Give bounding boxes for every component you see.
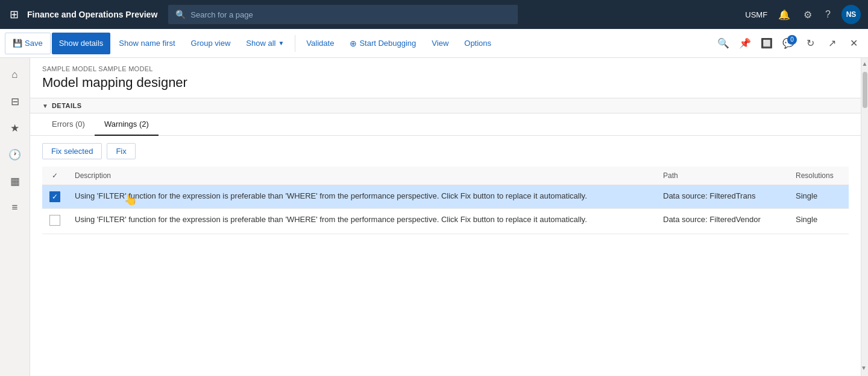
unchecked-icon: [49, 215, 60, 226]
search-icon: 🔍: [175, 10, 186, 19]
warnings-table: ✓ Description Path Resolutions: [42, 167, 849, 234]
details-section-header[interactable]: ▼ DETAILS: [30, 98, 861, 113]
user-avatar[interactable]: NS: [841, 5, 861, 24]
sidebar-filter-button[interactable]: ⊟: [3, 89, 27, 113]
refresh-button[interactable]: ↻: [800, 34, 820, 53]
validate-label: Validate: [306, 39, 334, 48]
app-layout: ⌂ ⊟ ★ 🕐 ▦ ≡ SAMPLE MODEL SAMPLE MODEL Mo…: [0, 58, 868, 376]
table-row[interactable]: ✓ Using 'FILTER' function for the expres…: [42, 185, 849, 209]
show-name-first-label: Show name first: [119, 39, 175, 48]
show-details-button[interactable]: Show details: [52, 33, 111, 54]
options-label: Options: [464, 39, 491, 48]
group-view-label: Group view: [191, 39, 231, 48]
fix-button[interactable]: Fix: [107, 143, 135, 159]
tab-errors[interactable]: Errors (0): [42, 113, 95, 136]
sidebar-list-button[interactable]: ≡: [3, 196, 27, 220]
validate-button[interactable]: Validate: [299, 33, 341, 54]
close-button[interactable]: ✕: [844, 34, 863, 53]
toolbar-right: 🔍 📌 🔲 💬 0 ↻ ↗ ✕: [714, 34, 863, 53]
row-checkbox-2[interactable]: [42, 209, 68, 234]
row-checkbox-1[interactable]: ✓: [42, 185, 68, 209]
scroll-down-arrow[interactable]: ▼: [861, 362, 867, 374]
row-description-2: Using 'FILTER' function for the expressi…: [68, 209, 656, 234]
start-debugging-button[interactable]: ⊕ Start Debugging: [342, 33, 423, 54]
row-path-2: Data source: FilteredVendor: [656, 209, 788, 234]
search-input[interactable]: [190, 10, 511, 19]
search-toolbar-button[interactable]: 🔍: [714, 34, 733, 53]
col-header-resolutions: Resolutions: [788, 167, 849, 185]
right-scrollbar: ▲ ▼: [861, 58, 868, 376]
warnings-table-container: ✓ Description Path Resolutions: [30, 167, 861, 234]
top-navigation: ⊞ Finance and Operations Preview 🔍 USMF …: [0, 0, 868, 29]
search-bar[interactable]: 🔍: [168, 5, 518, 24]
main-content: SAMPLE MODEL SAMPLE MODEL Model mapping …: [30, 58, 861, 376]
check-icon: ✓: [52, 171, 58, 180]
save-disk-icon: 💾: [13, 39, 22, 48]
breadcrumb: SAMPLE MODEL SAMPLE MODEL: [30, 58, 861, 72]
col-header-checkbox: ✓: [42, 167, 68, 185]
grid-icon[interactable]: ⊞: [7, 5, 21, 24]
show-all-button[interactable]: Show all ▼: [239, 33, 291, 54]
messages-button[interactable]: 💬 0: [779, 34, 798, 53]
settings-button[interactable]: ⚙: [801, 7, 814, 23]
help-button[interactable]: ?: [823, 7, 833, 22]
save-button[interactable]: 💾 Save: [5, 33, 51, 54]
table-row[interactable]: Using 'FILTER' function for the expressi…: [42, 209, 849, 234]
row-path-1: Data source: FilteredTrans: [656, 185, 788, 209]
sidebar-workspaces-button[interactable]: ▦: [3, 169, 27, 193]
debug-icon: ⊕: [350, 39, 357, 48]
fix-buttons-bar: Fix selected Fix: [30, 136, 861, 167]
scroll-thumb[interactable]: [863, 72, 867, 108]
row-resolutions-2: Single: [788, 209, 849, 234]
separator-1: [295, 35, 295, 52]
sidebar-favorites-button[interactable]: ★: [3, 116, 27, 140]
checked-icon: ✓: [49, 191, 60, 202]
view-button[interactable]: View: [424, 33, 456, 54]
start-debugging-label: Start Debugging: [359, 39, 416, 48]
page-title: Model mapping designer: [30, 72, 861, 98]
collapse-triangle-icon: ▼: [42, 103, 48, 109]
chevron-down-icon: ▼: [278, 40, 284, 46]
scroll-up-arrow[interactable]: ▲: [862, 58, 868, 69]
sidebar-home-button[interactable]: ⌂: [3, 63, 27, 87]
row-description-1: Using 'FILTER' function for the expressi…: [68, 185, 656, 209]
row-resolutions-1: Single: [788, 185, 849, 209]
tabs-bar: Errors (0) Warnings (2): [30, 113, 861, 136]
save-label: Save: [25, 39, 43, 48]
region-label: USMF: [745, 10, 767, 19]
details-label: DETAILS: [52, 102, 82, 109]
options-button[interactable]: Options: [457, 33, 498, 54]
show-details-label: Show details: [59, 39, 104, 48]
notification-button[interactable]: 🔔: [776, 7, 793, 23]
sidebar-recent-button[interactable]: 🕐: [3, 142, 27, 167]
toolbar: 💾 Save Show details Show name first Grou…: [0, 29, 868, 58]
fix-selected-button[interactable]: Fix selected: [42, 143, 102, 159]
open-new-window-button[interactable]: ↗: [822, 34, 841, 53]
personalize-button[interactable]: 🔲: [757, 34, 776, 53]
messages-badge: 0: [787, 35, 797, 45]
col-header-description: Description: [68, 167, 656, 185]
app-title: Finance and Operations Preview: [27, 10, 157, 19]
col-header-path: Path: [656, 167, 788, 185]
show-name-first-button[interactable]: Show name first: [112, 33, 182, 54]
view-label: View: [432, 39, 448, 48]
nav-right: USMF 🔔 ⚙ ? NS: [745, 5, 861, 24]
pinned-button[interactable]: 📌: [735, 34, 755, 53]
tab-warnings[interactable]: Warnings (2): [95, 113, 159, 136]
sidebar: ⌂ ⊟ ★ 🕐 ▦ ≡: [0, 58, 30, 376]
group-view-button[interactable]: Group view: [184, 33, 238, 54]
show-all-label: Show all: [246, 39, 275, 48]
